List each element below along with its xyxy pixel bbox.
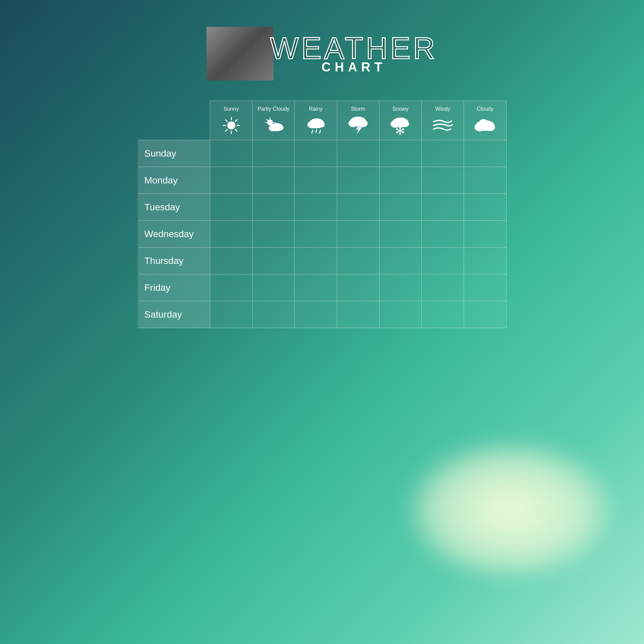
cell-tuesday-rainy[interactable] bbox=[295, 194, 337, 221]
day-monday: Monday bbox=[138, 167, 210, 194]
svg-point-41 bbox=[396, 131, 398, 133]
header-row: Sunny bbox=[138, 101, 507, 140]
cell-monday-sunny[interactable] bbox=[210, 167, 252, 194]
svg-point-21 bbox=[307, 121, 317, 128]
cell-wednesday-storm[interactable] bbox=[337, 221, 379, 248]
title-text-block: WEATHER CHART bbox=[270, 33, 437, 74]
cell-sunday-storm[interactable] bbox=[337, 140, 379, 167]
cell-tuesday-snowy[interactable] bbox=[379, 194, 421, 221]
cell-friday-snowy[interactable] bbox=[379, 274, 421, 301]
cell-wednesday-snowy[interactable] bbox=[379, 221, 421, 248]
day-label-header bbox=[138, 101, 210, 140]
cell-thursday-windy[interactable] bbox=[421, 248, 464, 274]
cell-monday-partly-cloudy[interactable] bbox=[252, 167, 295, 194]
table-row-monday: Monday bbox=[138, 167, 507, 194]
col-rainy: Rainy bbox=[295, 101, 337, 140]
cell-monday-snowy[interactable] bbox=[379, 167, 421, 194]
cell-thursday-sunny[interactable] bbox=[210, 248, 252, 274]
snowy-icon bbox=[389, 115, 412, 135]
cell-thursday-rainy[interactable] bbox=[295, 248, 337, 274]
svg-point-36 bbox=[399, 127, 401, 129]
partly-cloudy-icon bbox=[262, 115, 285, 135]
svg-line-6 bbox=[235, 129, 237, 131]
cell-wednesday-windy[interactable] bbox=[421, 221, 464, 248]
svg-point-28 bbox=[358, 120, 368, 127]
day-saturday: Saturday bbox=[138, 301, 210, 328]
cell-saturday-storm[interactable] bbox=[337, 301, 379, 328]
title-section: WEATHER CHART bbox=[207, 27, 437, 80]
cell-monday-storm[interactable] bbox=[337, 167, 379, 194]
table-row-sunday: Sunday bbox=[138, 140, 507, 167]
col-storm: Storm bbox=[337, 101, 379, 140]
table-row-wednesday: Wednesday bbox=[138, 221, 507, 248]
cell-wednesday-cloudy[interactable] bbox=[464, 221, 506, 248]
cell-tuesday-sunny[interactable] bbox=[210, 194, 252, 221]
svg-line-7 bbox=[235, 120, 237, 121]
svg-point-40 bbox=[402, 128, 404, 130]
cell-monday-cloudy[interactable] bbox=[464, 167, 506, 194]
day-wednesday: Wednesday bbox=[138, 221, 210, 248]
cell-sunday-partly-cloudy[interactable] bbox=[252, 140, 295, 167]
col-partly-cloudy: Partly Cloudy bbox=[252, 101, 295, 140]
svg-point-37 bbox=[399, 133, 401, 135]
day-thursday: Thursday bbox=[138, 248, 210, 274]
cell-thursday-cloudy[interactable] bbox=[464, 248, 506, 274]
table-row-saturday: Saturday bbox=[138, 301, 507, 328]
cell-monday-windy[interactable] bbox=[421, 167, 464, 194]
storm-icon bbox=[346, 115, 370, 135]
weather-title: WEATHER bbox=[270, 33, 437, 63]
cell-thursday-storm[interactable] bbox=[337, 248, 379, 274]
cell-sunday-cloudy[interactable] bbox=[464, 140, 506, 167]
cell-sunday-snowy[interactable] bbox=[379, 140, 421, 167]
cell-friday-partly-cloudy[interactable] bbox=[252, 274, 295, 301]
title-box bbox=[207, 27, 274, 80]
cell-saturday-windy[interactable] bbox=[421, 301, 464, 328]
cell-sunday-rainy[interactable] bbox=[295, 140, 337, 167]
cell-thursday-snowy[interactable] bbox=[379, 248, 421, 274]
cell-tuesday-cloudy[interactable] bbox=[464, 194, 506, 221]
svg-point-31 bbox=[391, 120, 401, 128]
svg-line-23 bbox=[312, 130, 313, 133]
svg-point-27 bbox=[349, 120, 359, 127]
cell-friday-sunny[interactable] bbox=[210, 274, 252, 301]
cell-wednesday-sunny[interactable] bbox=[210, 221, 252, 248]
cell-saturday-sunny[interactable] bbox=[210, 301, 252, 328]
cell-tuesday-windy[interactable] bbox=[421, 194, 464, 221]
svg-line-25 bbox=[319, 130, 320, 133]
cell-wednesday-rainy[interactable] bbox=[295, 221, 337, 248]
svg-line-15 bbox=[267, 119, 268, 120]
svg-point-45 bbox=[479, 119, 488, 127]
weather-table-container: Sunny bbox=[138, 101, 507, 328]
cell-thursday-partly-cloudy[interactable] bbox=[252, 248, 295, 274]
day-friday: Friday bbox=[138, 274, 210, 301]
cell-friday-rainy[interactable] bbox=[295, 274, 337, 301]
table-row-tuesday: Tuesday bbox=[138, 194, 507, 221]
cell-tuesday-partly-cloudy[interactable] bbox=[252, 194, 295, 221]
cell-friday-storm[interactable] bbox=[337, 274, 379, 301]
chart-subtitle: CHART bbox=[321, 60, 386, 74]
svg-point-32 bbox=[401, 121, 409, 127]
cell-saturday-cloudy[interactable] bbox=[464, 301, 506, 328]
weather-table: Sunny bbox=[138, 101, 507, 328]
cell-sunday-windy[interactable] bbox=[421, 140, 464, 167]
cloud-decoration bbox=[409, 443, 610, 577]
cell-saturday-partly-cloudy[interactable] bbox=[252, 301, 295, 328]
svg-point-9 bbox=[229, 123, 234, 128]
svg-line-8 bbox=[226, 129, 227, 131]
svg-point-39 bbox=[402, 131, 404, 133]
cell-friday-cloudy[interactable] bbox=[464, 274, 506, 301]
cell-friday-windy[interactable] bbox=[421, 274, 464, 301]
cell-monday-rainy[interactable] bbox=[295, 167, 337, 194]
cell-saturday-snowy[interactable] bbox=[379, 301, 421, 328]
col-windy: Windy bbox=[421, 101, 464, 140]
cell-sunday-sunny[interactable] bbox=[210, 140, 252, 167]
svg-line-5 bbox=[226, 120, 227, 121]
table-row-thursday: Thursday bbox=[138, 248, 507, 274]
day-sunday: Sunday bbox=[138, 140, 210, 167]
cloudy-icon bbox=[473, 115, 497, 135]
cell-tuesday-storm[interactable] bbox=[337, 194, 379, 221]
page-container: WEATHER CHART Sunny bbox=[0, 0, 644, 328]
svg-line-24 bbox=[316, 129, 317, 132]
cell-wednesday-partly-cloudy[interactable] bbox=[252, 221, 295, 248]
cell-saturday-rainy[interactable] bbox=[295, 301, 337, 328]
